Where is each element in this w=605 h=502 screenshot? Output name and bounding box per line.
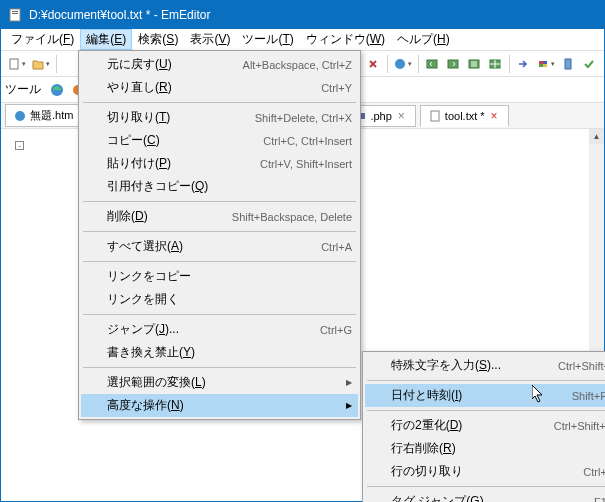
menu-item[interactable]: やり直し(R)Ctrl+Y bbox=[81, 76, 358, 99]
tools-label: ツール bbox=[5, 81, 41, 98]
menu-item[interactable]: 削除(D)Shift+Backspace, Delete bbox=[81, 205, 358, 228]
menu-item[interactable]: 切り取り(T)Shift+Delete, Ctrl+X bbox=[81, 106, 358, 129]
tab-close-button[interactable]: × bbox=[396, 109, 407, 123]
menu-shortcut: Ctrl+L bbox=[583, 466, 605, 478]
svg-rect-23 bbox=[565, 59, 571, 69]
menu-help[interactable]: ヘルプ(H) bbox=[391, 29, 456, 50]
svg-rect-11 bbox=[448, 60, 458, 68]
list-icon[interactable] bbox=[464, 54, 484, 74]
svg-rect-0 bbox=[10, 9, 20, 21]
menu-window[interactable]: ウィンドウ(W) bbox=[300, 29, 391, 50]
new-file-button[interactable] bbox=[5, 54, 28, 74]
e-globe-icon bbox=[14, 110, 26, 122]
menu-item-label: ジャンプ(J)... bbox=[107, 321, 300, 338]
menu-item[interactable]: コピー(C)Ctrl+C, Ctrl+Insert bbox=[81, 129, 358, 152]
grid-icon[interactable] bbox=[485, 54, 505, 74]
menu-item-label: 貼り付け(P) bbox=[107, 155, 240, 172]
tool-icon-2[interactable] bbox=[558, 54, 578, 74]
check-button[interactable] bbox=[579, 54, 599, 74]
menu-separator bbox=[83, 201, 356, 202]
menu-item-label: リンクを開く bbox=[107, 291, 352, 308]
menu-separator bbox=[367, 380, 605, 381]
tab-close-button[interactable]: × bbox=[489, 109, 500, 123]
tab-label: .php bbox=[370, 110, 391, 122]
menu-item-label: 削除(D) bbox=[107, 208, 212, 225]
menu-item[interactable]: 行の切り取りCtrl+L bbox=[365, 460, 605, 483]
menu-item-label: 高度な操作(N) bbox=[107, 397, 352, 414]
menu-item[interactable]: 高度な操作(N) bbox=[81, 394, 358, 417]
edit-menu-dropdown: 元に戻す(U)Alt+Backspace, Ctrl+Zやり直し(R)Ctrl+… bbox=[78, 50, 361, 420]
menu-item[interactable]: ジャンプ(J)...Ctrl+G bbox=[81, 318, 358, 341]
menu-item-label: 日付と時刻(I) bbox=[391, 387, 552, 404]
scroll-up-button[interactable]: ▲ bbox=[589, 129, 604, 144]
menu-item[interactable]: 行右削除(R) bbox=[365, 437, 605, 460]
arrow-icon[interactable] bbox=[513, 54, 533, 74]
menu-item[interactable]: 貼り付け(P)Ctrl+V, Shift+Insert bbox=[81, 152, 358, 175]
toolbar-separator bbox=[418, 55, 419, 73]
menu-edit[interactable]: 編集(E) bbox=[80, 29, 132, 50]
menu-file[interactable]: ファイル(F) bbox=[5, 29, 80, 50]
menu-separator bbox=[83, 102, 356, 103]
fold-toggle[interactable]: - bbox=[15, 141, 24, 150]
text-file-icon bbox=[429, 110, 441, 122]
menu-shortcut: Ctrl+C, Ctrl+Insert bbox=[263, 135, 352, 147]
menu-item[interactable]: リンクを開く bbox=[81, 288, 358, 311]
toolbar-separator bbox=[56, 55, 57, 73]
tab-untitled[interactable]: 無題.htm bbox=[5, 104, 82, 127]
tab-label: 無題.htm bbox=[30, 108, 73, 123]
menu-shortcut: Shift+F5 bbox=[572, 390, 605, 402]
menu-item-label: リンクをコピー bbox=[107, 268, 352, 285]
menu-item-label: 引用付きコピー(Q) bbox=[107, 178, 352, 195]
svg-rect-1 bbox=[12, 11, 18, 12]
open-file-button[interactable] bbox=[29, 54, 52, 74]
menu-item-label: 行の切り取り bbox=[391, 463, 563, 480]
ie-button[interactable] bbox=[391, 54, 414, 74]
menu-separator bbox=[367, 410, 605, 411]
svg-rect-19 bbox=[539, 61, 543, 64]
svg-rect-3 bbox=[10, 59, 18, 69]
menu-item[interactable]: 元に戻す(U)Alt+Backspace, Ctrl+Z bbox=[81, 53, 358, 76]
menu-item-label: やり直し(R) bbox=[107, 79, 301, 96]
edge-icon[interactable] bbox=[47, 80, 67, 100]
menu-separator bbox=[83, 314, 356, 315]
svg-point-26 bbox=[15, 111, 25, 121]
menu-item-label: タグ ジャンプ(G) bbox=[391, 493, 574, 502]
titlebar[interactable]: D:¥document¥tool.txt * - EmEditor bbox=[1, 1, 604, 29]
menu-item-label: 書き換え禁止(Y) bbox=[107, 344, 352, 361]
palette-button[interactable] bbox=[534, 54, 557, 74]
menu-shortcut: Alt+Backspace, Ctrl+Z bbox=[243, 59, 352, 71]
cancel-button[interactable] bbox=[363, 54, 383, 74]
svg-point-9 bbox=[395, 59, 405, 69]
app-icon bbox=[7, 7, 23, 23]
menu-shortcut: Ctrl+G bbox=[320, 324, 352, 336]
menu-shortcut: Shift+Backspace, Delete bbox=[232, 211, 352, 223]
advanced-submenu: 特殊文字を入力(S)...Ctrl+Shift+I日付と時刻(I)Shift+F… bbox=[362, 351, 605, 502]
nav-right-button[interactable] bbox=[443, 54, 463, 74]
menu-item[interactable]: 引用付きコピー(Q) bbox=[81, 175, 358, 198]
toolbar-separator bbox=[509, 55, 510, 73]
menu-search[interactable]: 検索(S) bbox=[132, 29, 184, 50]
menu-item[interactable]: 行の2重化(D)Ctrl+Shift+Y bbox=[365, 414, 605, 437]
menu-item[interactable]: すべて選択(A)Ctrl+A bbox=[81, 235, 358, 258]
menu-shortcut: Ctrl+A bbox=[321, 241, 352, 253]
tab-tool[interactable]: tool.txt * × bbox=[420, 105, 509, 127]
menu-item[interactable]: タグ ジャンプ(G)F10 bbox=[365, 490, 605, 502]
svg-rect-21 bbox=[539, 64, 543, 67]
svg-rect-2 bbox=[12, 13, 18, 14]
menu-tools[interactable]: ツール(T) bbox=[236, 29, 299, 50]
menu-separator bbox=[83, 367, 356, 368]
window-title: D:¥document¥tool.txt * - EmEditor bbox=[29, 8, 210, 22]
menu-view[interactable]: 表示(V) bbox=[184, 29, 236, 50]
menu-shortcut: Ctrl+Shift+I bbox=[558, 360, 605, 372]
menu-item[interactable]: 選択範囲の変換(L) bbox=[81, 371, 358, 394]
svg-rect-10 bbox=[427, 60, 437, 68]
menu-shortcut: Ctrl+V, Shift+Insert bbox=[260, 158, 352, 170]
menu-item[interactable]: リンクをコピー bbox=[81, 265, 358, 288]
menu-item[interactable]: 特殊文字を入力(S)...Ctrl+Shift+I bbox=[365, 354, 605, 377]
menu-shortcut: Shift+Delete, Ctrl+X bbox=[255, 112, 352, 124]
menu-item[interactable]: 日付と時刻(I)Shift+F5 bbox=[365, 384, 605, 407]
menu-item[interactable]: 書き換え禁止(Y) bbox=[81, 341, 358, 364]
menu-shortcut: Ctrl+Y bbox=[321, 82, 352, 94]
nav-left-button[interactable] bbox=[422, 54, 442, 74]
menu-separator bbox=[367, 486, 605, 487]
